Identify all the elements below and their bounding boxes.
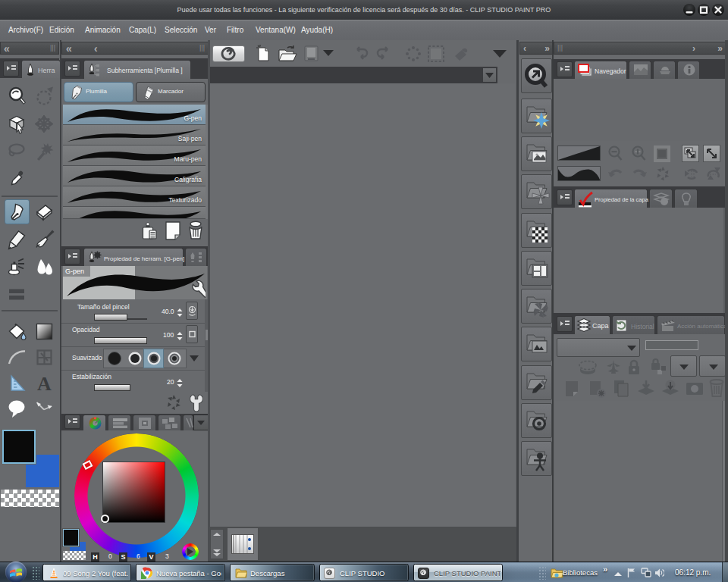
svg-text:A: A bbox=[37, 373, 52, 395]
